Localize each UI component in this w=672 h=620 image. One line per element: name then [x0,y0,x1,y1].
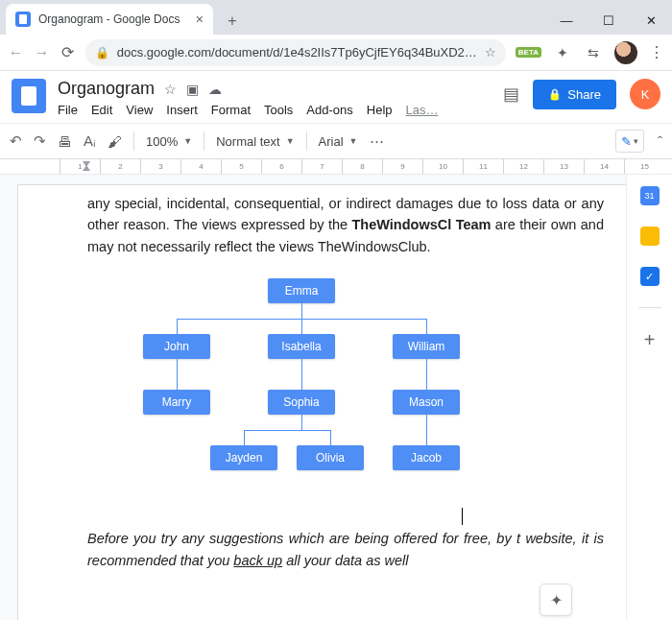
text-bold: TheWindowsCl Team [352,217,492,232]
menu-help[interactable]: Help [367,103,393,117]
document-title[interactable]: Organogram [58,79,155,99]
collapse-toolbar-icon[interactable]: ˆ [658,133,662,150]
org-node-emma[interactable]: Emma [268,278,335,303]
calendar-icon[interactable] [640,186,660,205]
menu-addons[interactable]: Add-ons [306,103,352,117]
back-button[interactable]: ← [8,44,24,61]
explore-button[interactable]: ✦ [540,584,572,616]
forward-button[interactable]: → [34,44,50,61]
docs-favicon [15,12,31,27]
paint-format-icon[interactable]: 🖌 [108,133,122,150]
reload-button[interactable]: ⟳ [60,43,76,61]
profile-avatar[interactable] [614,41,637,64]
style-value: Normal text [216,134,279,149]
zoom-select[interactable]: 100%▼ [146,134,192,149]
browser-tab[interactable]: Organogram - Google Docs × [6,4,213,35]
menu-tools[interactable]: Tools [264,103,293,117]
org-node-william[interactable]: William [393,334,460,359]
org-node-john[interactable]: John [143,334,210,359]
undo-icon[interactable]: ↶ [10,132,22,150]
menu-insert[interactable]: Insert [166,103,198,117]
text: all your data as well [282,553,408,568]
share-label: Share [567,87,601,102]
url-text: docs.google.com/document/d/1e4s2IIs7Tp6y… [117,45,477,60]
paragraph-style-select[interactable]: Normal text▼ [216,134,294,149]
lock-icon: 🔒 [95,46,109,60]
comments-icon[interactable]: ▤ [503,83,519,105]
editing-mode-button[interactable]: ✎▾ [615,130,644,153]
menu-format[interactable]: Format [211,103,251,117]
share-button[interactable]: Share [533,80,616,109]
org-node-jayden[interactable]: Jayden [210,445,277,470]
org-node-olivia[interactable]: Olivia [297,445,364,470]
account-avatar[interactable]: K [630,79,660,109]
ruler[interactable]: 123456789101112131415 [0,159,672,175]
text-cursor [462,508,463,525]
bookmark-star-icon[interactable]: ☆ [485,45,496,60]
beta-badge-icon[interactable]: BETA [516,47,541,58]
org-node-sophia[interactable]: Sophia [268,390,335,415]
menu-view[interactable]: View [126,103,153,117]
window-controls: — ☐ ✕ [545,6,672,35]
print-icon[interactable]: 🖶 [58,133,72,150]
org-node-isabella[interactable]: Isabella [268,334,335,359]
last-edit-link[interactable]: Las… [406,103,439,117]
org-node-jacob[interactable]: Jacob [393,445,460,470]
body-paragraph-2[interactable]: Before you try any suggestions which are… [87,528,604,571]
font-select[interactable]: Arial▼ [319,134,358,149]
org-node-mason[interactable]: Mason [393,390,460,415]
menu-file[interactable]: File [58,103,78,117]
star-document-icon[interactable]: ☆ [164,82,177,97]
org-node-marry[interactable]: Marry [143,390,210,415]
browser-toolbar: ← → ⟳ 🔒 docs.google.com/document/d/1e4s2… [0,35,672,71]
docs-header: Organogram ☆ ▣ ☁ File Edit View Insert F… [0,71,672,117]
redo-icon[interactable]: ↷ [34,132,46,150]
organogram-diagram[interactable]: EmmaJohnIsabellaWilliamMarrySophiaMasonJ… [105,278,489,499]
minimize-button[interactable]: — [545,6,588,35]
chrome-menu-icon[interactable]: ⋮ [649,43,664,61]
extensions-area: BETA ✦ ⇆ ⋮ [516,41,664,64]
spellcheck-icon[interactable]: Aᵢ [84,132,96,150]
add-addon-icon[interactable]: + [644,329,656,351]
zoom-value: 100% [146,134,178,149]
maximize-button[interactable]: ☐ [588,6,630,35]
move-document-icon[interactable]: ▣ [186,82,199,97]
tab-title: Organogram - Google Docs [38,12,188,26]
docs-toolbar: ↶ ↷ 🖶 Aᵢ 🖌 100%▼ Normal text▼ Arial▼ ⋯ ✎… [0,123,672,159]
extensions-icon[interactable]: ✦ [553,43,572,62]
keep-icon[interactable] [640,227,660,246]
menu-edit[interactable]: Edit [91,103,112,117]
close-tab-icon[interactable]: × [196,12,204,27]
cloud-status-icon[interactable]: ☁ [208,82,222,97]
text-underline: back up [233,553,282,568]
menu-bar: File Edit View Insert Format Tools Add-o… [58,103,439,117]
font-value: Arial [319,134,344,149]
more-toolbar-icon[interactable]: ⋯ [370,132,384,150]
page: any special, incidental, consequential, … [17,184,626,620]
document-canvas[interactable]: any special, incidental, consequential, … [0,175,626,620]
address-bar[interactable]: 🔒 docs.google.com/document/d/1e4s2IIs7Tp… [85,39,506,66]
side-panel: + [626,175,672,620]
docs-logo-icon[interactable] [12,79,46,113]
browser-titlebar: Organogram - Google Docs × + — ☐ ✕ [0,0,672,35]
body-paragraph-1[interactable]: any special, incidental, consequential, … [87,193,604,257]
close-window-button[interactable]: ✕ [630,6,672,35]
new-tab-button[interactable]: + [219,8,246,35]
settings-toggle-icon[interactable]: ⇆ [584,43,603,62]
tasks-icon[interactable] [640,267,660,286]
